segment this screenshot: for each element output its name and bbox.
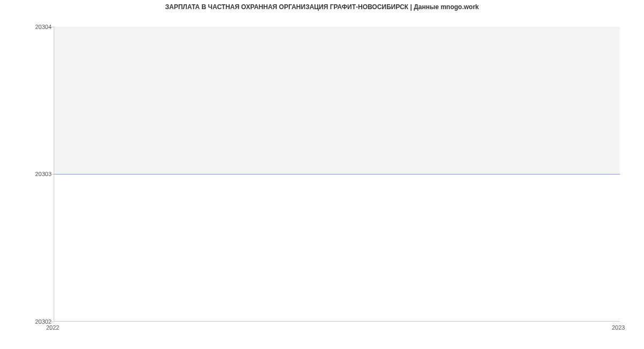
y-tick-mark <box>51 322 54 322</box>
y-tick-label: 20303 <box>31 171 52 177</box>
y-tick-label: 20304 <box>31 24 52 30</box>
x-tick-label: 2023 <box>612 324 625 331</box>
chart-title: ЗАРПЛАТА В ЧАСТНАЯ ОХРАННАЯ ОРГАНИЗАЦИЯ … <box>0 3 644 11</box>
grid-band <box>54 27 620 174</box>
plot-area <box>54 27 620 322</box>
series-line <box>54 174 620 174</box>
x-tick-label: 2022 <box>46 324 59 331</box>
salary-chart: ЗАРПЛАТА В ЧАСТНАЯ ОХРАННАЯ ОРГАНИЗАЦИЯ … <box>0 0 644 349</box>
